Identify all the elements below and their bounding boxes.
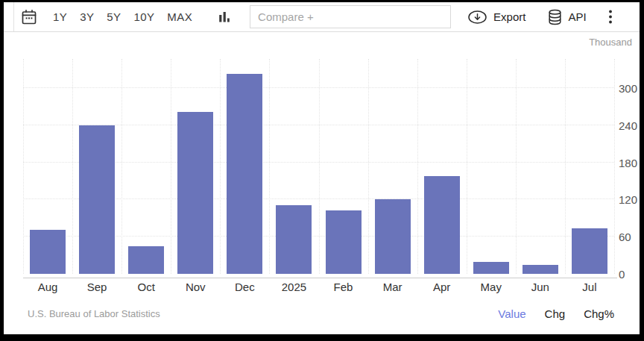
x-axis-label: Aug	[23, 281, 72, 293]
range-button-3y[interactable]: 3Y	[80, 10, 94, 23]
bar-jun[interactable]	[523, 265, 558, 274]
range-button-5y[interactable]: 5Y	[107, 10, 121, 23]
bar-2025[interactable]	[276, 205, 312, 274]
y-axis-label: 300	[619, 82, 637, 95]
bar-aug[interactable]	[30, 230, 66, 274]
range-button-10y[interactable]: 10Y	[133, 10, 154, 23]
bar-mar[interactable]	[375, 199, 411, 274]
bar-sep[interactable]	[79, 125, 115, 274]
toolbar: 1Y 3Y 5Y 10Y MAX Export	[4, 2, 640, 32]
x-axis-label: Dec	[220, 281, 269, 293]
x-axis-label: Feb	[318, 281, 367, 293]
y-axis-label: 60	[619, 231, 631, 243]
api-button[interactable]: API	[548, 9, 586, 25]
x-axis-label: Nov	[171, 281, 220, 293]
x-axis-label: Oct	[121, 281, 171, 293]
bar-slot	[318, 59, 367, 274]
bar-may[interactable]	[473, 262, 509, 274]
x-axis-label: 2025	[269, 281, 318, 293]
bar-slot	[72, 59, 121, 274]
bar-dec[interactable]	[227, 74, 262, 274]
bar-nov[interactable]	[177, 112, 213, 274]
bar-slot	[269, 59, 318, 274]
bar-slot	[121, 59, 171, 274]
bar-oct[interactable]	[128, 246, 164, 274]
bar-slot	[516, 59, 565, 274]
x-axis-label: Jun	[516, 281, 565, 293]
api-label: API	[568, 10, 586, 23]
y-axis-label: 240	[619, 119, 637, 131]
y-axis-labels: 060120180240300	[619, 59, 640, 274]
chart-widget: 1Y 3Y 5Y 10Y MAX Export	[0, 0, 644, 341]
plot-area	[23, 59, 614, 274]
bar-slot	[565, 59, 614, 274]
source-attribution: U.S. Bureau of Labor Statistics	[28, 308, 160, 319]
calendar-button[interactable]	[20, 8, 38, 26]
x-axis-label: Mar	[368, 281, 417, 293]
y-axis-unit-label: Thousand	[589, 37, 632, 48]
bar-jul[interactable]	[572, 228, 607, 274]
footer-link-chg[interactable]: Chg	[545, 307, 566, 320]
footer-link-value[interactable]: Value	[498, 307, 525, 320]
x-axis-labels: AugSepOctNovDec2025FebMarAprMayJunJul	[23, 281, 614, 293]
toolbar-left-divider	[13, 2, 14, 31]
bar-slot	[23, 59, 72, 274]
cloud-download-icon	[467, 10, 487, 25]
x-axis-label: Jul	[565, 281, 614, 293]
bar-slot	[220, 59, 269, 274]
kebab-menu-icon	[607, 9, 613, 25]
x-axis-label: Apr	[417, 281, 467, 293]
footer-links: ValueChgChg%	[498, 307, 614, 320]
calendar-icon	[20, 8, 38, 26]
bar-slot	[171, 59, 220, 274]
range-button-1y[interactable]: 1Y	[53, 10, 67, 23]
gridline-vertical	[614, 59, 615, 274]
y-axis-label: 0	[619, 268, 625, 281]
x-axis-label: Sep	[72, 281, 121, 293]
bar-feb[interactable]	[326, 210, 362, 274]
export-label: Export	[493, 10, 525, 23]
y-axis-label: 120	[619, 193, 637, 206]
footer: U.S. Bureau of Labor Statistics ValueChg…	[4, 302, 640, 325]
x-axis-label: May	[467, 281, 516, 293]
export-button[interactable]: Export	[467, 10, 525, 25]
chart-type-button[interactable]	[217, 10, 232, 25]
compare-input[interactable]	[250, 5, 451, 28]
x-axis-line	[23, 278, 617, 278]
range-button-max[interactable]: MAX	[167, 10, 192, 23]
footer-link-chgpct[interactable]: Chg%	[584, 307, 614, 320]
more-options-button[interactable]	[607, 9, 613, 25]
column-chart-icon	[217, 10, 232, 25]
bar-apr[interactable]	[424, 176, 460, 274]
bar-slot	[467, 59, 516, 274]
database-icon	[548, 9, 562, 25]
y-axis-label: 180	[619, 156, 637, 169]
bars-row	[23, 59, 614, 274]
bar-slot	[368, 59, 417, 274]
bar-slot	[417, 59, 467, 274]
